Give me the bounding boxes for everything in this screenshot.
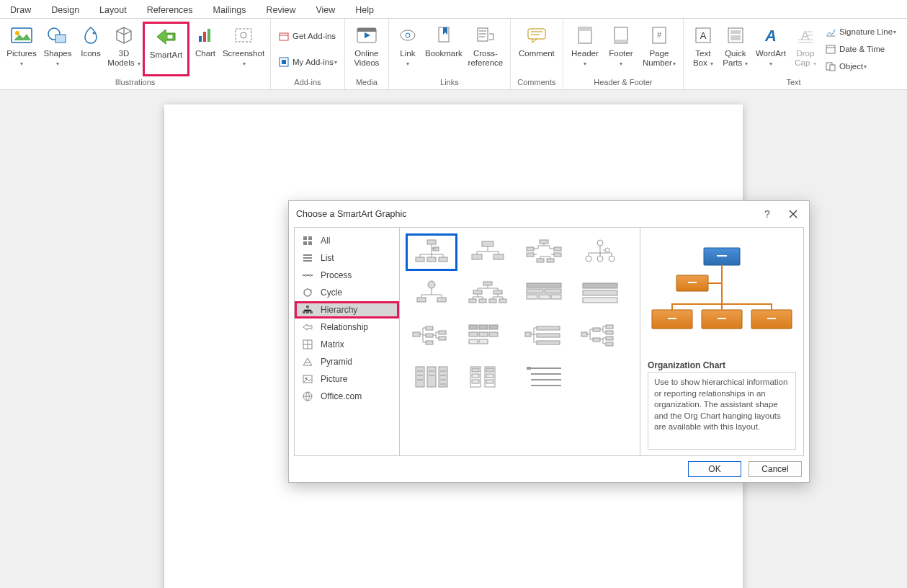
signature-line-button[interactable]: Signature Line ▾: [822, 24, 899, 40]
layout-half-circle-org[interactable]: [518, 233, 570, 271]
layout-horizontal-org[interactable]: [406, 317, 457, 355]
get-addins-label: Get Add-ins: [292, 32, 336, 40]
tab-draw[interactable]: Draw: [0, 5, 41, 18]
category-office[interactable]: Office.com: [295, 388, 399, 405]
layout-hierarchy[interactable]: [406, 275, 457, 313]
layout-circle-picture-hierarchy[interactable]: [574, 233, 626, 271]
icons-button[interactable]: Icons: [76, 22, 105, 76]
svg-rect-24: [615, 40, 627, 43]
svg-rect-105: [537, 334, 560, 337]
cancel-button[interactable]: Cancel: [749, 461, 802, 477]
layout-horizontal-labeled[interactable]: [574, 317, 626, 355]
object-button[interactable]: Object ▾: [822, 58, 899, 74]
layout-org-chart[interactable]: [406, 233, 457, 271]
layout-horizontal-multi[interactable]: [462, 317, 514, 355]
tab-help[interactable]: Help: [345, 5, 384, 18]
category-relationship[interactable]: Relationship: [295, 318, 399, 336]
svg-rect-82: [545, 289, 561, 293]
category-list[interactable]: List: [295, 249, 399, 267]
category-process[interactable]: Process: [295, 267, 399, 284]
svg-rect-62: [554, 253, 561, 257]
smartart-dialog: Choose a SmartArt Graphic ? All List Pro…: [288, 200, 810, 483]
store-icon: [278, 30, 290, 42]
tab-design[interactable]: Design: [41, 5, 89, 18]
quickparts-button[interactable]: Quick Parts ▾: [720, 22, 751, 76]
tab-view[interactable]: View: [305, 5, 345, 18]
svg-rect-75: [493, 290, 502, 294]
footer-button[interactable]: Footer▾: [604, 22, 638, 76]
wordart-button[interactable]: A WordArt▾: [753, 22, 789, 76]
group-label-media: Media: [356, 76, 377, 89]
svg-rect-102: [479, 339, 488, 344]
chevron-down-icon: ▾: [864, 63, 867, 70]
pictures-button[interactable]: Pictures▾: [4, 22, 39, 76]
comment-button[interactable]: Comment: [515, 22, 558, 76]
svg-rect-113: [606, 342, 613, 346]
svg-rect-76: [469, 299, 476, 303]
tab-layout[interactable]: Layout: [89, 5, 137, 18]
page-number-button[interactable]: # Page Number▾: [640, 22, 679, 76]
layout-labeled-hierarchy[interactable]: [462, 275, 514, 313]
my-addins-button[interactable]: My Add-ins ▾: [275, 54, 340, 70]
layout-hierarchy-list[interactable]: [574, 275, 626, 313]
datetime-button[interactable]: Date & Time: [822, 41, 899, 57]
svg-rect-59: [527, 247, 534, 251]
ok-button[interactable]: OK: [688, 461, 741, 477]
screenshot-button[interactable]: Screenshot▾: [221, 22, 266, 76]
group-addins: Get Add-ins My Add-ins ▾ Add-ins: [271, 19, 345, 89]
tab-mailings[interactable]: Mailings: [203, 5, 256, 18]
dropcap-button[interactable]: A Drop Cap ▾: [790, 22, 821, 76]
3d-models-button[interactable]: 3D Models ▾: [107, 22, 141, 76]
svg-rect-111: [606, 331, 613, 334]
shapes-label: Shapes: [43, 49, 71, 58]
chart-button[interactable]: Chart: [191, 22, 220, 76]
category-picture[interactable]: Picture: [295, 370, 399, 388]
svg-rect-22: [578, 27, 591, 31]
layout-name-title-org[interactable]: [462, 233, 514, 271]
svg-rect-133: [718, 318, 726, 319]
layout-horizontal-hierarchy[interactable]: [518, 317, 570, 355]
svg-point-68: [609, 256, 615, 262]
layout-architecture[interactable]: [406, 359, 457, 396]
icons-icon: [79, 24, 102, 47]
pictures-icon: [10, 24, 33, 47]
matrix-icon: [302, 339, 313, 350]
tab-references[interactable]: References: [137, 5, 203, 18]
category-matrix[interactable]: Matrix: [295, 336, 399, 353]
layout-text-hierarchy[interactable]: [518, 359, 570, 396]
close-button[interactable]: [780, 203, 806, 225]
list-icon: [302, 252, 313, 264]
layout-table-hierarchy[interactable]: [518, 275, 570, 313]
picture-icon: [302, 373, 313, 385]
svg-rect-83: [527, 295, 537, 299]
svg-point-41: [304, 289, 311, 296]
tab-review[interactable]: Review: [256, 5, 305, 18]
get-addins-button[interactable]: Get Add-ins: [275, 28, 339, 44]
svg-rect-94: [439, 337, 446, 340]
bookmark-button[interactable]: Bookmark: [424, 22, 464, 76]
layout-gallery: [400, 228, 640, 455]
layout-lined-list[interactable]: [462, 359, 514, 396]
svg-point-17: [406, 33, 410, 37]
svg-rect-45: [310, 311, 313, 313]
category-pyramid[interactable]: Pyramid: [295, 353, 399, 370]
category-all-label: All: [321, 236, 330, 246]
svg-rect-36: [830, 65, 835, 71]
svg-rect-114: [416, 367, 424, 387]
help-button[interactable]: ?: [754, 203, 780, 225]
category-hierarchy[interactable]: Hierarchy: [295, 301, 399, 318]
svg-rect-101: [469, 339, 478, 344]
crossref-button[interactable]: Cross- reference: [465, 22, 506, 76]
category-cycle[interactable]: Cycle: [295, 284, 399, 301]
page-number-label: Page Number: [643, 49, 672, 67]
header-button[interactable]: Header▾: [568, 22, 602, 76]
smartart-button[interactable]: SmartArt: [143, 22, 189, 76]
textbox-button[interactable]: A Text Box ▾: [688, 22, 718, 76]
online-videos-button[interactable]: Online Videos: [349, 22, 384, 76]
shapes-button[interactable]: Shapes▾: [40, 22, 75, 76]
link-button[interactable]: Link▾: [393, 22, 422, 76]
pictures-label: Pictures: [6, 49, 37, 58]
svg-rect-61: [554, 247, 561, 251]
category-all[interactable]: All: [295, 232, 399, 249]
svg-rect-97: [489, 325, 498, 329]
